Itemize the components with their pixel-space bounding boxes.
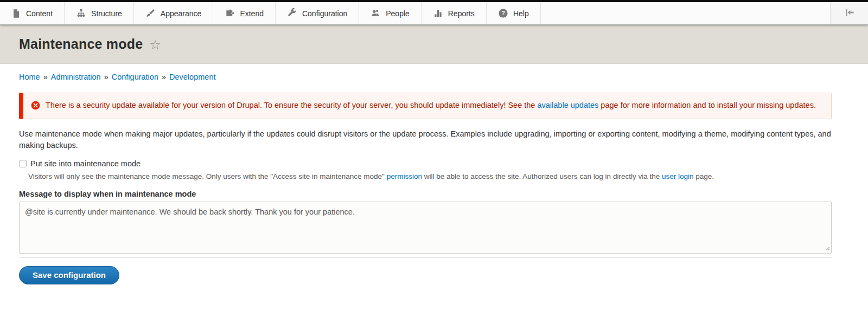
description-text: Visitors will only see the maintenance m… (28, 172, 387, 180)
help-icon: ? (498, 8, 508, 18)
toolbar-orientation-toggle[interactable] (830, 2, 868, 24)
message-field-wrapper: @site is currently under maintenance. We… (19, 202, 832, 256)
toolbar-item-configuration[interactable]: Configuration (276, 2, 359, 24)
permission-link[interactable]: permission (387, 172, 422, 180)
toolbar-item-appearance[interactable]: Appearance (134, 2, 214, 24)
main-content: Home»Administration»Configuration»Develo… (0, 73, 868, 284)
breadcrumb-separator: » (104, 73, 108, 81)
toolbar-item-label: Content (26, 9, 53, 18)
description-text: page. (693, 172, 714, 180)
breadcrumb-separator: » (162, 73, 166, 81)
toolbar-item-label: Configuration (302, 9, 347, 18)
toolbar-spacer (541, 2, 830, 24)
breadcrumb-link-development[interactable]: Development (169, 73, 215, 81)
sitemap-icon (76, 8, 86, 18)
toolbar-item-label: Extend (240, 9, 264, 18)
paintbrush-icon (145, 8, 156, 18)
toolbar-item-reports[interactable]: Reports (422, 2, 487, 24)
page-header: Maintenance mode ☆ (0, 25, 868, 64)
maintenance-message-textarea[interactable]: @site is currently under maintenance. We… (19, 202, 832, 254)
svg-text:?: ? (501, 10, 505, 16)
security-update-error-message: There is a security update available for… (19, 93, 832, 119)
breadcrumb-link-administration[interactable]: Administration (51, 73, 101, 81)
wrench-icon (287, 8, 297, 18)
maintenance-mode-checkbox-row: Put site into maintenance mode (19, 159, 832, 168)
file-icon (11, 9, 21, 18)
toolbar-item-people[interactable]: People (359, 2, 422, 24)
toolbar-item-structure[interactable]: Structure (65, 2, 134, 24)
breadcrumb-link-home[interactable]: Home (19, 73, 40, 81)
form-actions: Save configuration (19, 266, 832, 284)
breadcrumb-link-configuration[interactable]: Configuration (112, 73, 158, 81)
user-login-link[interactable]: user login (662, 172, 694, 180)
error-text-before: There is a security update available for… (46, 101, 537, 109)
admin-toolbar: Content Structure Appearance Extend Conf… (0, 2, 868, 25)
breadcrumb: Home»Administration»Configuration»Develo… (19, 73, 832, 81)
maintenance-mode-checkbox-label[interactable]: Put site into maintenance mode (30, 159, 141, 168)
error-text-after: page for more information and to install… (598, 101, 816, 109)
error-message-text: There is a security update available for… (46, 100, 816, 111)
puzzle-icon (225, 8, 235, 18)
save-configuration-button[interactable]: Save configuration (19, 266, 119, 284)
maintenance-mode-intro-text: Use maintenance mode when making major u… (19, 128, 832, 151)
toolbar-item-label: Appearance (161, 9, 202, 18)
toolbar-item-extend[interactable]: Extend (213, 2, 276, 24)
maintenance-mode-description: Visitors will only see the maintenance m… (28, 172, 832, 181)
toolbar-item-label: Help (513, 9, 529, 18)
bar-chart-icon (433, 8, 443, 18)
page-title: Maintenance mode (19, 36, 143, 52)
toolbar-item-help[interactable]: ? Help (487, 2, 541, 24)
textarea-grippie[interactable] (19, 256, 832, 258)
star-outline-icon[interactable]: ☆ (149, 37, 161, 53)
message-field-label: Message to display when in maintenance m… (19, 190, 832, 198)
maintenance-mode-checkbox[interactable] (19, 160, 27, 167)
error-circle-icon (31, 101, 40, 112)
toolbar-item-label: Structure (91, 9, 122, 18)
available-updates-link[interactable]: available updates (537, 101, 598, 109)
people-icon (371, 8, 381, 18)
breadcrumb-separator: » (43, 73, 48, 81)
toolbar-item-label: People (386, 9, 410, 18)
toolbar-orientation-icon (844, 7, 855, 20)
description-text: will be able to access the site. Authori… (422, 172, 662, 180)
toolbar-item-content[interactable]: Content (0, 2, 65, 24)
toolbar-item-label: Reports (448, 9, 475, 18)
